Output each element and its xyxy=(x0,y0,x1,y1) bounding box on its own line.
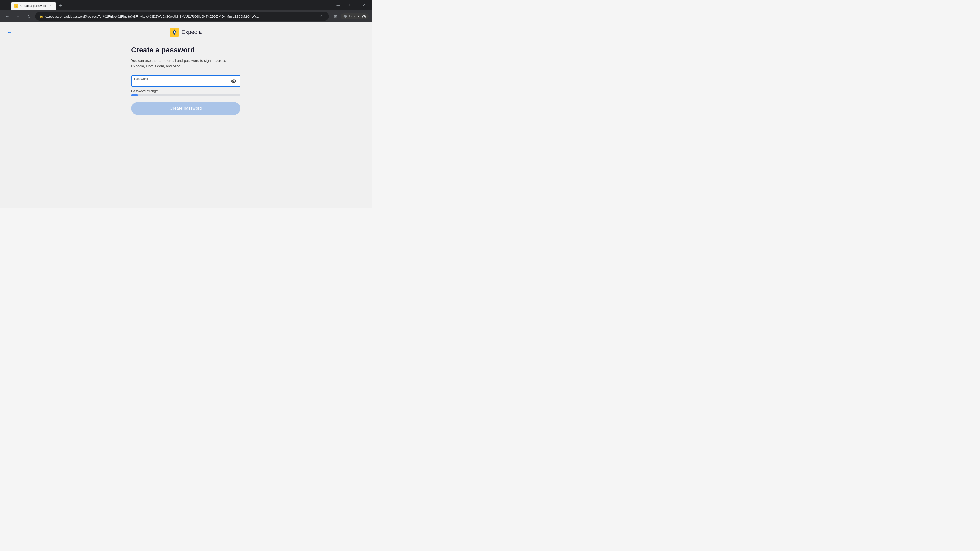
expedia-logo-icon xyxy=(170,27,179,37)
toggle-password-button[interactable] xyxy=(230,78,237,85)
password-strength-fill xyxy=(131,94,138,96)
tab-bar: E Create a password × + xyxy=(11,0,332,10)
tab-favicon-icon: E xyxy=(14,4,18,8)
bookmark-button[interactable]: ☆ xyxy=(318,13,325,20)
close-button[interactable]: ✕ xyxy=(358,1,369,9)
address-input-wrapper[interactable]: 🔒 expedia.com/addpassword?redirectTo=%2F… xyxy=(35,12,329,21)
incognito-icon xyxy=(343,14,347,18)
back-button[interactable]: ← xyxy=(5,27,14,37)
minimize-button[interactable]: — xyxy=(332,1,344,9)
refresh-button[interactable]: ↻ xyxy=(24,12,33,21)
form-container: Create a password You can use the same e… xyxy=(127,41,245,125)
password-field-wrapper: Password xyxy=(131,75,240,87)
expedia-logo-text: Expedia xyxy=(181,29,202,35)
active-tab[interactable]: E Create a password × xyxy=(11,2,56,10)
maximize-button[interactable]: ❐ xyxy=(345,1,357,9)
security-icon: 🔒 xyxy=(39,14,43,18)
toolbar-right: ⊞ Incognito (3) xyxy=(331,12,369,21)
password-input[interactable] xyxy=(131,75,240,87)
incognito-label: Incognito (3) xyxy=(349,14,366,18)
title-bar: ⌄ E Create a password × + — ❐ ✕ xyxy=(0,0,372,10)
expedia-logo: Expedia xyxy=(170,27,202,37)
back-nav-button[interactable]: ← xyxy=(3,12,12,21)
password-strength-section: Password strength xyxy=(131,89,240,96)
address-url: expedia.com/addpassword?redirectTo=%2Ftr… xyxy=(45,14,316,18)
tab-title: Create a password xyxy=(21,4,46,8)
password-strength-bar xyxy=(131,94,240,96)
tab-list-button[interactable]: ⌄ xyxy=(2,2,9,9)
address-bar: ← → ↻ 🔒 expedia.com/addpassword?redirect… xyxy=(0,10,372,22)
window-controls-right: — ❐ ✕ xyxy=(332,1,369,9)
eye-icon xyxy=(231,78,237,84)
window-controls-left: ⌄ xyxy=(2,2,9,9)
page-title: Create a password xyxy=(131,46,240,54)
split-screen-button[interactable]: ⊞ xyxy=(331,12,340,21)
page-content: ← Expedia Create a password You can use … xyxy=(0,22,372,208)
password-strength-label: Password strength xyxy=(131,89,240,93)
form-description: You can use the same email and password … xyxy=(131,58,240,69)
forward-nav-button[interactable]: → xyxy=(14,12,22,21)
browser-chrome: ⌄ E Create a password × + — ❐ ✕ ← → ↻ xyxy=(0,0,372,22)
new-tab-button[interactable]: + xyxy=(57,2,64,9)
tab-close-button[interactable]: × xyxy=(48,3,53,8)
page-header: Expedia xyxy=(0,22,372,41)
svg-text:E: E xyxy=(16,5,18,7)
incognito-badge[interactable]: Incognito (3) xyxy=(341,13,369,19)
create-password-button[interactable]: Create password xyxy=(131,102,240,115)
